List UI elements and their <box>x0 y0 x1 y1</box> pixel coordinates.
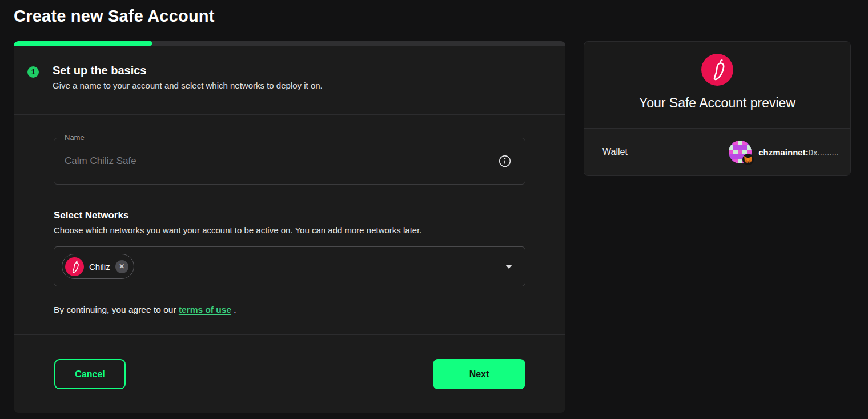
info-icon[interactable] <box>499 155 511 167</box>
wallet-label: Wallet <box>602 147 628 157</box>
step-header: 1 Set up the basics Give a name to your … <box>14 46 565 114</box>
create-safe-card: 1 Set up the basics Give a name to your … <box>14 41 565 413</box>
wallet-row: Wallet <box>584 129 850 175</box>
cancel-button[interactable]: Cancel <box>54 359 126 389</box>
name-field-label: Name <box>61 133 88 142</box>
preview-top: Your Safe Account preview <box>584 42 850 128</box>
metamask-fox-icon <box>742 154 754 165</box>
wallet-address-prefix: chzmainnet: <box>758 147 809 157</box>
network-chip-label: Chiliz <box>89 262 110 272</box>
terms-line: By continuing, you agree to our terms of… <box>54 305 525 315</box>
safe-account-preview-card: Your Safe Account preview Wallet <box>584 41 851 176</box>
terms-prefix: By continuing, you agree to our <box>54 305 179 314</box>
card-footer: Cancel Next <box>14 335 565 389</box>
step-title: Set up the basics <box>53 64 323 77</box>
page-title: Create new Safe Account <box>14 7 215 26</box>
networks-select[interactable]: Chiliz ✕ <box>54 246 525 286</box>
progress-bar-fill <box>14 41 152 46</box>
step-number-badge: 1 <box>27 66 39 78</box>
wallet-address: chzmainnet:0x......... <box>758 147 839 157</box>
chiliz-network-icon <box>701 54 733 86</box>
select-networks-description: Choose which networks you want your acco… <box>54 225 525 235</box>
name-input[interactable] <box>54 138 525 184</box>
wallet-identicon <box>729 141 752 163</box>
progress-bar <box>14 41 565 46</box>
step-description: Give a name to your account and select w… <box>53 81 323 90</box>
terms-suffix: . <box>231 305 236 314</box>
select-networks-title: Select Networks <box>54 210 525 221</box>
wallet-value: chzmainnet:0x......... <box>729 141 839 163</box>
next-button[interactable]: Next <box>433 359 525 389</box>
terms-link[interactable]: terms of use <box>179 305 231 314</box>
step-header-text: Set up the basics Give a name to your ac… <box>53 64 323 90</box>
remove-network-icon[interactable]: ✕ <box>115 260 128 273</box>
preview-title: Your Safe Account preview <box>584 95 850 111</box>
name-input-wrapper: Name <box>54 138 525 185</box>
chevron-down-icon <box>505 265 512 269</box>
network-chip-chiliz[interactable]: Chiliz ✕ <box>62 254 134 279</box>
chiliz-logo-icon <box>65 257 84 276</box>
card-content: Name Select Networks Choose which networ… <box>14 115 565 315</box>
wallet-address-dots: 0x......... <box>809 147 839 157</box>
